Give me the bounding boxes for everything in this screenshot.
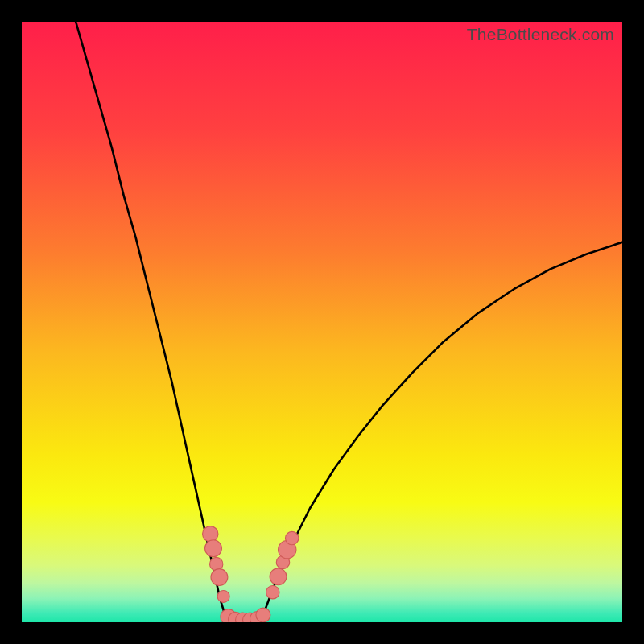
marker-dot — [211, 569, 228, 586]
marker-dot — [217, 590, 229, 602]
marker-dot — [270, 568, 287, 585]
marker-dot — [285, 531, 298, 544]
marker-dot — [256, 608, 270, 622]
marker-dots — [203, 526, 299, 622]
marker-dot — [266, 585, 279, 598]
outer-frame: TheBottleneck.com — [0, 0, 644, 644]
marker-dot — [205, 540, 222, 557]
curve-layer — [22, 22, 622, 622]
plot-area: TheBottleneck.com — [22, 22, 622, 622]
marker-dot — [203, 526, 218, 542]
bottleneck-curve — [76, 22, 622, 621]
